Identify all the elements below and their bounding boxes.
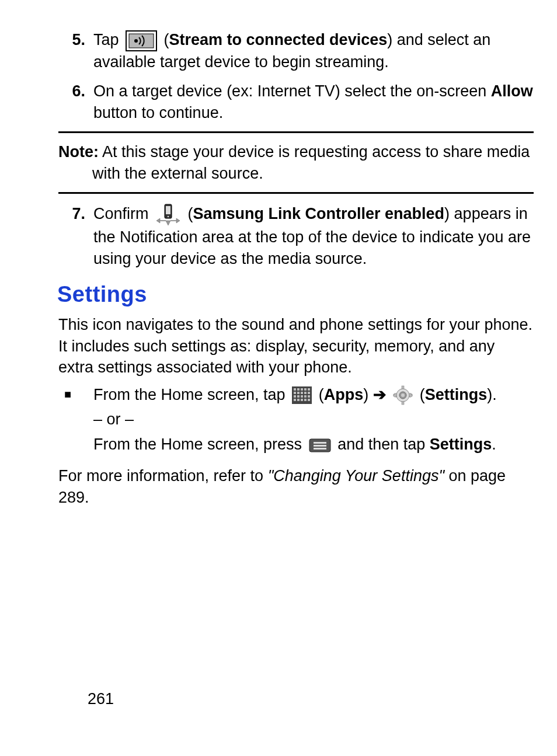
text: . (492, 436, 496, 453)
svg-rect-21 (308, 395, 310, 398)
menu-hardkey-icon (309, 438, 331, 452)
icon-label: Samsung Link Controller enabled (193, 205, 445, 222)
text: ( (420, 386, 425, 403)
bullet-square-icon: ■ (64, 384, 93, 404)
step-6: 6. On a target device (ex: Internet TV) … (58, 81, 534, 123)
svg-rect-22 (294, 399, 296, 401)
svg-rect-11 (308, 388, 310, 391)
arrow-right-icon: ➔ (373, 386, 391, 403)
stream-to-devices-icon (126, 30, 157, 51)
svg-rect-14 (301, 392, 303, 394)
svg-rect-9 (301, 388, 303, 391)
svg-rect-19 (301, 395, 303, 398)
reference-title: "Changing Your Settings" (268, 467, 444, 485)
text: From the Home screen, press (93, 436, 307, 453)
text: ( (188, 205, 193, 222)
note-label: Note: (58, 143, 99, 161)
settings-label: Settings (430, 436, 492, 453)
manual-page: 5. Tap (Stream to connected devices) and… (0, 0, 557, 756)
step-number: 5. (58, 29, 93, 72)
settings-gear-icon (393, 385, 413, 405)
note-block: Note: At this stage your device is reque… (58, 141, 534, 184)
svg-rect-18 (297, 395, 300, 398)
svg-rect-40 (314, 445, 326, 447)
svg-rect-41 (314, 448, 326, 450)
section-intro: This icon navigates to the sound and pho… (58, 314, 534, 378)
text: ) (363, 386, 368, 403)
svg-rect-23 (297, 399, 300, 401)
svg-rect-17 (294, 395, 296, 398)
step-number: 6. (58, 81, 93, 123)
svg-rect-20 (304, 395, 307, 398)
text: ( (164, 31, 169, 48)
svg-rect-39 (314, 442, 326, 444)
svg-point-37 (401, 393, 405, 397)
svg-rect-26 (308, 399, 310, 401)
text: ( (319, 386, 324, 403)
or-separator: – or – (93, 409, 534, 430)
step-7: 7. Confirm (Samsung Link Controller enab… (58, 203, 534, 269)
apps-label: Apps (324, 386, 364, 403)
settings-label: Settings (425, 386, 488, 403)
svg-rect-15 (304, 392, 307, 394)
svg-point-5 (168, 216, 169, 218)
text: button to continue. (93, 104, 223, 121)
note-text: At this stage your device is requesting … (99, 143, 530, 161)
step-body: Tap (Stream to connected devices) and se… (93, 29, 534, 72)
bullet-item: ■ From the Home screen, tap (Ap (64, 384, 534, 455)
text: For more information, refer to (58, 467, 268, 485)
step-body: Confirm (Samsung Link Controller enabled… (93, 203, 534, 269)
svg-rect-25 (304, 399, 307, 401)
svg-rect-10 (304, 388, 307, 391)
svg-rect-13 (297, 392, 300, 394)
note-text: with the external source. (92, 163, 534, 184)
divider (58, 192, 534, 194)
apps-grid-icon (292, 386, 312, 404)
text: From the Home screen, tap (93, 386, 290, 403)
svg-rect-16 (308, 392, 310, 394)
svg-rect-24 (301, 399, 303, 401)
step-body: On a target device (ex: Internet TV) sel… (93, 81, 534, 123)
text: ). (487, 386, 497, 403)
text: Confirm (93, 205, 153, 222)
step-5: 5. Tap (Stream to connected devices) and… (58, 29, 534, 72)
cross-reference: For more information, refer to "Changing… (58, 465, 534, 508)
step-number: 7. (58, 203, 93, 269)
divider (58, 131, 534, 133)
section-heading-settings: Settings (57, 280, 534, 309)
samsung-link-controller-icon (155, 203, 181, 227)
bullet-body: From the Home screen, tap (Apps) ➔ (93, 384, 534, 455)
svg-rect-8 (297, 388, 300, 391)
svg-point-2 (134, 39, 138, 43)
svg-rect-4 (166, 206, 170, 214)
page-number: 261 (88, 688, 114, 709)
text: and then tap (337, 436, 430, 453)
svg-rect-1 (129, 34, 154, 48)
svg-rect-12 (294, 392, 296, 394)
text: Tap (93, 31, 123, 48)
allow-label: Allow (491, 82, 533, 100)
text: On a target device (ex: Internet TV) sel… (93, 82, 491, 100)
icon-label: Stream to connected devices (169, 31, 388, 48)
svg-rect-7 (294, 388, 296, 391)
